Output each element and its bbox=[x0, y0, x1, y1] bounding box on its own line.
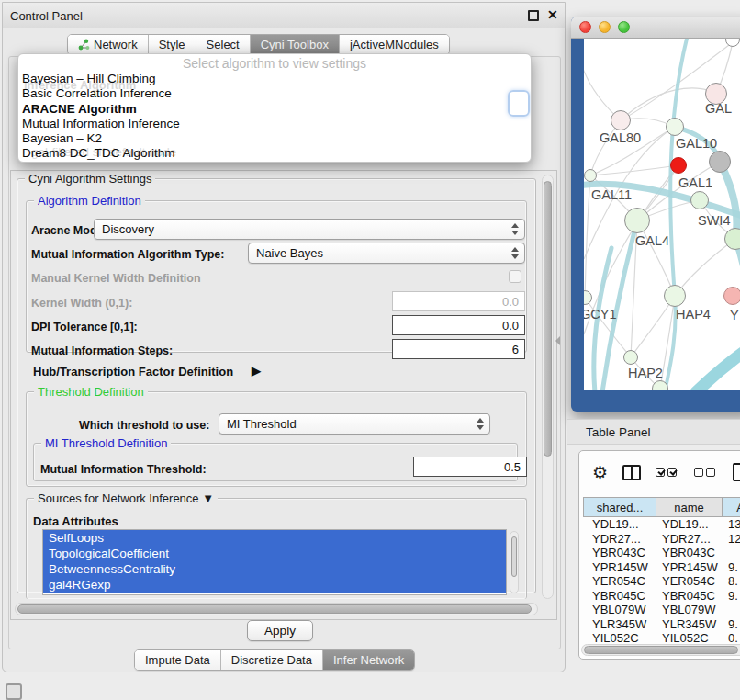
control-panel-tabbar: Network Style Select Cyni Toolbox jActiv… bbox=[67, 34, 450, 55]
table-panel-header: Table Panel bbox=[567, 419, 740, 445]
zoom-traffic-icon[interactable] bbox=[618, 21, 630, 33]
network-node-selected-red[interactable] bbox=[670, 157, 687, 174]
dpi-tolerance-label: DPI Tolerance [0,1]: bbox=[31, 321, 138, 333]
data-attributes-label: Data Attributes bbox=[33, 514, 118, 528]
algorithm-dropdown-popup: Select algorithm to view settings Infere… bbox=[17, 53, 532, 163]
network-node-gal80[interactable] bbox=[611, 110, 631, 130]
settings-vscrollbar-track[interactable] bbox=[542, 175, 554, 599]
network-node-gray[interactable] bbox=[709, 151, 731, 173]
table-row[interactable]: YBL079WYBL079W bbox=[583, 603, 740, 617]
tab-infer-network[interactable]: Infer Network bbox=[323, 650, 414, 670]
cyni-settings-group-title: Cyni Algorithm Settings bbox=[25, 172, 155, 186]
node-label: HAP4 bbox=[676, 307, 711, 322]
collapse-down-icon[interactable]: ▼ bbox=[202, 491, 214, 505]
table-hscrollbar-track[interactable] bbox=[581, 644, 740, 656]
apply-button[interactable]: Apply bbox=[247, 620, 313, 641]
network-canvas[interactable]: GAL GAL80 GAL10 GAL11 GAL1 SWI4 GAL4 GCY… bbox=[584, 39, 740, 390]
dpi-tolerance-field[interactable]: 0.0 bbox=[392, 315, 525, 335]
network-icon bbox=[78, 39, 90, 51]
deselect-all-columns-icon[interactable] bbox=[694, 464, 718, 480]
ghost-inference-algorithm-label: Inference Algorithm bbox=[24, 78, 136, 92]
gear-icon[interactable]: ⚙ bbox=[592, 464, 608, 481]
settings-scrollpane: Cyni Algorithm Settings Algorithm Defini… bbox=[10, 170, 557, 620]
settings-hscrollbar-thumb[interactable] bbox=[17, 604, 532, 614]
table-toolbar: ⚙ bbox=[579, 451, 740, 493]
which-threshold-label: Which threshold to use: bbox=[79, 419, 209, 432]
table-header-row: shared... name A bbox=[583, 497, 740, 517]
node-label: GAL4 bbox=[635, 233, 669, 248]
settings-vscrollbar-thumb[interactable] bbox=[544, 181, 552, 457]
select-all-columns-icon[interactable] bbox=[656, 464, 679, 480]
network-node-gal10[interactable] bbox=[666, 118, 684, 136]
tab-discretize-data[interactable]: Discretize Data bbox=[221, 650, 323, 670]
list-item[interactable]: gal4RGexp bbox=[43, 577, 506, 593]
mi-threshold-field[interactable]: 0.5 bbox=[413, 457, 527, 477]
export-table-icon[interactable] bbox=[733, 463, 740, 481]
column-header-third[interactable]: A bbox=[723, 497, 740, 517]
network-node-gal11[interactable] bbox=[584, 169, 597, 182]
table-row[interactable]: YER054CYER054C8. bbox=[583, 574, 740, 589]
collapse-right-icon[interactable]: ▶ bbox=[252, 364, 261, 378]
table-row[interactable]: YPR145WYPR145W9. bbox=[583, 560, 740, 575]
sources-group-title: Sources for Network Inference ▼ bbox=[34, 491, 218, 505]
settings-hscrollbar-track[interactable] bbox=[15, 603, 538, 615]
node-label: GAL bbox=[705, 101, 732, 116]
tab-select[interactable]: Select bbox=[196, 35, 251, 54]
list-scrollbar-thumb[interactable] bbox=[511, 536, 517, 577]
ghost-network-combo-value: gal-filtered sif default node bbox=[31, 145, 176, 159]
network-node-hap4[interactable] bbox=[664, 285, 686, 307]
close-icon[interactable]: ✕ bbox=[547, 7, 558, 22]
mi-threshold-definition-title: MI Threshold Definition bbox=[41, 436, 171, 450]
node-label: Y bbox=[730, 308, 739, 322]
table-hscrollbar-thumb[interactable] bbox=[584, 646, 738, 654]
table-row[interactable]: YDR27...YDR27...12 bbox=[583, 532, 740, 547]
network-node-gal1[interactable] bbox=[690, 191, 709, 209]
mi-algorithm-type-combo[interactable]: Naive Bayes bbox=[248, 243, 525, 264]
dropdown-item-selected[interactable]: ARACNE Algorithm bbox=[18, 102, 531, 117]
list-scrollbar-track[interactable] bbox=[510, 531, 519, 593]
tab-jactivemnodules[interactable]: jActiveMNodules bbox=[340, 35, 449, 54]
close-traffic-icon[interactable] bbox=[579, 21, 591, 33]
minimize-traffic-icon[interactable] bbox=[599, 21, 611, 33]
network-window-titlebar[interactable] bbox=[571, 17, 740, 39]
tab-impute-data[interactable]: Impute Data bbox=[135, 650, 221, 670]
dropdown-item[interactable]: Mutual Information Inference bbox=[18, 117, 531, 131]
table-row[interactable]: YBR045CYBR045C9. bbox=[583, 589, 740, 604]
mi-algorithm-type-label: Mutual Information Algorithm Type: bbox=[31, 248, 224, 261]
panel-collapse-handle[interactable] bbox=[555, 336, 560, 345]
node-label: GAL11 bbox=[591, 187, 632, 202]
table-row[interactable]: YDL19...YDL19...13 bbox=[583, 517, 740, 532]
network-node[interactable] bbox=[724, 228, 740, 250]
kernel-width-label: Kernel Width (0,1): bbox=[31, 297, 132, 310]
algorithm-dropdown-placeholder: Select algorithm to view settings bbox=[18, 54, 531, 72]
network-view-window[interactable]: GAL GAL80 GAL10 GAL11 GAL1 SWI4 GAL4 GCY… bbox=[571, 17, 740, 412]
tab-style[interactable]: Style bbox=[149, 35, 196, 54]
kernel-width-field[interactable]: 0.0 bbox=[392, 291, 525, 311]
control-panel-titlebar: Control Panel ✕ bbox=[3, 3, 565, 28]
list-item[interactable]: TopologicalCoefficient bbox=[43, 546, 506, 561]
node-label: GAL10 bbox=[676, 136, 717, 151]
network-node-pink[interactable] bbox=[723, 287, 740, 305]
tab-cyni-toolbox[interactable]: Cyni Toolbox bbox=[251, 35, 340, 54]
network-node-hap2[interactable] bbox=[623, 350, 638, 365]
node-label: SWI4 bbox=[698, 213, 730, 228]
panel-dock-button[interactable] bbox=[6, 683, 22, 700]
control-panel-title: Control Panel bbox=[10, 9, 83, 23]
network-node-gal4[interactable] bbox=[624, 208, 650, 233]
aracne-mode-combo[interactable]: Discovery bbox=[94, 219, 525, 240]
list-item[interactable]: SelfLoops bbox=[43, 530, 506, 546]
node-label: GAL80 bbox=[600, 130, 641, 145]
column-layout-icon[interactable] bbox=[622, 465, 641, 480]
mi-steps-field[interactable]: 6 bbox=[392, 339, 525, 359]
hub-section-label[interactable]: Hub/Transcription Factor Definition bbox=[33, 365, 233, 378]
table-row[interactable]: YIL052CYIL052C0. bbox=[583, 631, 740, 645]
column-header-shared-name[interactable]: shared... bbox=[583, 497, 656, 517]
table-row[interactable]: YBR043CYBR043C bbox=[583, 546, 740, 560]
tab-network[interactable]: Network bbox=[68, 35, 149, 54]
manual-kernel-width-checkbox[interactable] bbox=[509, 270, 521, 283]
list-item[interactable]: BetweennessCentrality bbox=[43, 561, 506, 577]
float-window-icon[interactable] bbox=[528, 10, 539, 21]
column-header-name[interactable]: name bbox=[656, 497, 723, 517]
table-row[interactable]: YLR345WYLR345W9. bbox=[583, 617, 740, 632]
which-threshold-combo[interactable]: MI Threshold bbox=[219, 413, 490, 435]
